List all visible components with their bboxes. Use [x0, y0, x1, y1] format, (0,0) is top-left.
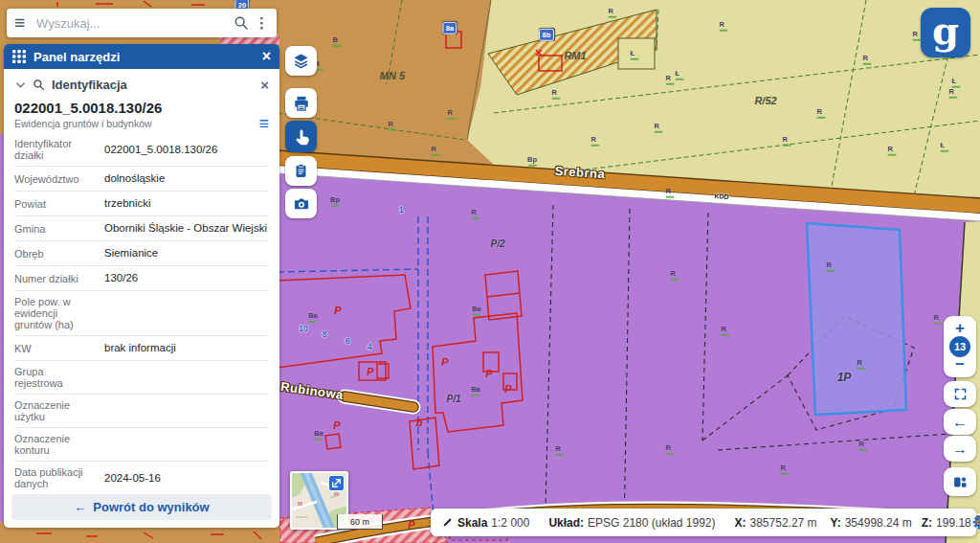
attribute-row: Powiattrzebnicki — [14, 192, 269, 216]
logo-g-glyph: g — [932, 11, 959, 50]
camera-icon — [293, 195, 310, 213]
identification-section-header: Identyfikacja × — [14, 69, 269, 98]
fullscreen-button[interactable] — [944, 381, 976, 407]
close-panel-icon[interactable]: × — [262, 48, 271, 65]
attribute-row: Pole pow. w ewidencji gruntów (ha) — [14, 291, 269, 336]
register-subtitle: Ewidencja gruntów i budynków — [14, 118, 258, 129]
scale-bar-label: 60 m — [350, 517, 369, 527]
edit-scale-icon[interactable] — [441, 516, 454, 529]
clipboard-icon — [293, 163, 309, 179]
back-to-results-label: Powrót do wyników — [93, 500, 209, 514]
attribute-row: Województwodolnośląskie — [14, 167, 269, 192]
search-input[interactable] — [34, 15, 230, 32]
attribute-label: Identyfikator działki — [14, 138, 104, 161]
attribute-value: trzebnicki — [104, 196, 269, 211]
attribute-value: Siemianice — [104, 246, 269, 260]
attribute-label: Oznaczenie konturu — [14, 433, 104, 456]
attribute-row: KWbrak informacji — [14, 336, 269, 361]
map-scale-bar: 60 m — [337, 514, 383, 530]
zone-farmland-yellow — [467, 0, 980, 197]
attribute-label: Obręb — [14, 248, 104, 260]
attribute-row: Numer działki130/26 — [14, 266, 269, 291]
status-bar: Skala 1:2 000 Układ: EPSG 2180 (układ 19… — [431, 509, 976, 536]
coord-y-label: Y: — [831, 516, 841, 530]
crs-value[interactable]: EPSG 2180 (układ 1992) — [588, 516, 715, 530]
attribute-label: Oznaczenie użytku — [14, 399, 104, 422]
back-to-results-button[interactable]: ← Powrót do wyników — [11, 494, 272, 520]
fullscreen-icon — [953, 387, 968, 401]
scale-value[interactable]: 1:2 000 — [491, 516, 529, 530]
compare-layers-icon — [952, 474, 969, 490]
tools-panel-header[interactable]: Panel narzędzi × — [4, 44, 279, 69]
coord-z-label: Z: — [922, 516, 932, 530]
attribute-row: Data publikacji danych2024-05-16 — [14, 462, 269, 489]
previous-view-button[interactable]: ← — [944, 409, 976, 435]
back-arrow-icon: ← — [74, 500, 86, 514]
next-view-button[interactable]: → — [944, 436, 976, 462]
attribute-row: Grupa rejestrowa — [14, 361, 269, 395]
tools-panel-body: Identyfikacja × 022001_5.0018.130/26 Ewi… — [4, 69, 279, 489]
attribute-row: Identyfikator działki022001_5.0018.130/2… — [14, 133, 269, 167]
attribute-label: Województwo — [14, 173, 104, 185]
attribute-value: brak informacji — [104, 341, 269, 355]
clipboard-button[interactable] — [285, 156, 317, 186]
attribute-table: Identyfikator działki022001_5.0018.130/2… — [14, 133, 269, 489]
attribute-row: ObrębSiemianice — [14, 241, 269, 266]
attribute-label: Data publikacji danych — [14, 466, 104, 489]
attribute-label: KW — [14, 343, 104, 354]
apps-grid-icon — [12, 50, 26, 63]
attribute-label: Grupa rejestrowa — [14, 366, 104, 389]
coord-x-label: X: — [735, 516, 746, 530]
attribute-value: dolnośląskie — [104, 171, 269, 186]
parcel-subtitle-row: Ewidencja gruntów i budynków ≡ — [14, 117, 269, 133]
more-options-icon[interactable]: ⋮ — [255, 14, 269, 32]
search-icon[interactable] — [234, 15, 249, 31]
attribute-row: GminaOborniki Śląskie - Obszar Wiejski — [14, 216, 269, 241]
coord-z-value: 199.18 — [936, 516, 971, 530]
attribute-label: Powiat — [14, 198, 104, 210]
zoom-level-badge: 13 — [949, 336, 970, 357]
settings-button[interactable] — [971, 514, 980, 531]
attribute-label: Numer działki — [14, 273, 104, 284]
expand-inset-icon[interactable] — [328, 475, 345, 491]
attribute-label: Pole pow. w ewidencji gruntów (ha) — [14, 296, 104, 330]
zoom-in-button[interactable]: + — [955, 322, 965, 335]
tools-panel-title: Panel narzędzi — [33, 50, 262, 64]
attribute-value: Oborniki Śląskie - Obszar Wiejski — [104, 221, 269, 236]
arrow-right-icon: → — [952, 441, 968, 458]
close-identification-icon[interactable]: × — [260, 77, 269, 93]
attribute-row: Oznaczenie użytku — [14, 395, 269, 428]
zoom-control: + 13 − — [944, 316, 976, 377]
print-button[interactable] — [285, 88, 317, 118]
layers-icon — [292, 52, 310, 70]
tools-panel: Panel narzędzi × Identyfikacja × 022001_… — [4, 44, 279, 528]
print-icon — [293, 95, 310, 112]
layers-button[interactable] — [285, 46, 317, 76]
attribute-value: 022001_5.0018.130/26 — [104, 143, 269, 157]
geoportal-app: MN 5RM1R/52SrebrnaRubinowaKDDP/2P/11PPPP… — [0, 0, 980, 543]
compare-layers-button[interactable] — [944, 467, 976, 496]
chevron-down-icon[interactable] — [14, 79, 27, 91]
parcel-id-title: 022001_5.0018.130/26 — [14, 98, 269, 117]
identify-section-icon — [33, 79, 45, 91]
identify-button[interactable] — [285, 121, 317, 152]
identify-icon — [293, 128, 310, 146]
scale-label: Skala — [457, 516, 487, 530]
camera-button[interactable] — [285, 189, 317, 218]
attribute-value: 130/26 — [104, 271, 269, 285]
search-bar: ≡ ⋮ — [7, 9, 277, 37]
attribute-value: 2024-05-16 — [104, 471, 269, 486]
crs-label: Układ: — [548, 516, 584, 530]
attribute-row: Oznaczenie konturu — [14, 428, 269, 462]
coord-x-value: 385752.27 m — [750, 516, 817, 530]
gear-icon — [971, 514, 980, 531]
geoportal-logo[interactable]: g — [921, 8, 970, 57]
menu-icon[interactable]: ≡ — [14, 12, 25, 34]
selected-parcel-highlight — [807, 223, 906, 415]
context-menu-icon[interactable]: ≡ — [258, 118, 269, 129]
coord-y-value: 354998.24 m — [845, 516, 912, 530]
identification-title: Identyfikacja — [52, 78, 260, 92]
attribute-label: Gmina — [14, 223, 104, 235]
arrow-left-icon: ← — [952, 414, 968, 431]
zoom-out-button[interactable]: − — [955, 358, 965, 372]
